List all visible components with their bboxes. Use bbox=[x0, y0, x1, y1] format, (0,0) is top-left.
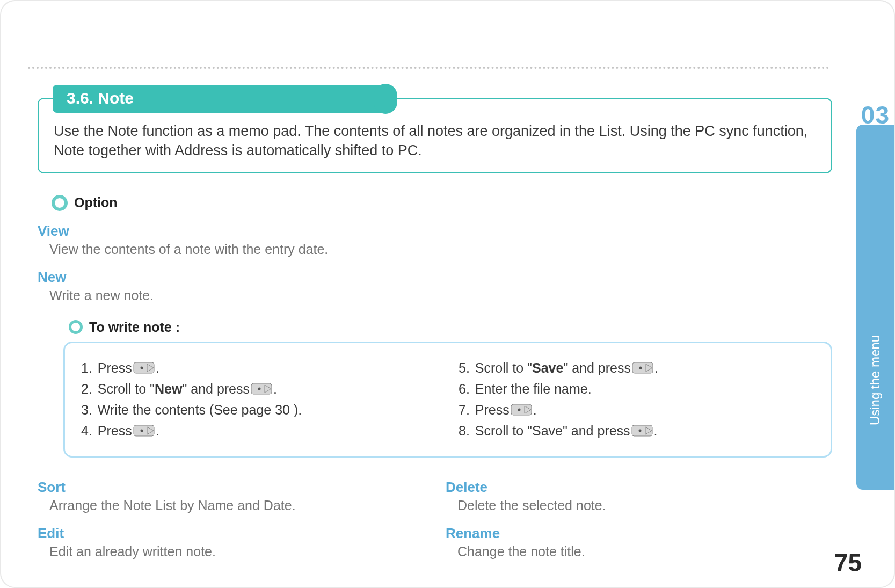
procedure-col-left: 1. Press . 2. Scroll to " New " and pres… bbox=[81, 355, 437, 444]
softkey-icon bbox=[133, 425, 155, 437]
sub-title-view: View bbox=[38, 223, 832, 239]
svg-point-7 bbox=[639, 367, 642, 369]
sub-title-new: New bbox=[38, 269, 832, 286]
step-5: 5. Scroll to " Save " and press . bbox=[459, 360, 814, 376]
softkey-icon bbox=[631, 425, 653, 437]
section-intro: Use the Note function as a memo pad. The… bbox=[54, 121, 817, 161]
section-title: 3.6. Note bbox=[53, 85, 396, 113]
step-3: 3. Write the contents (See page 30 ). bbox=[81, 402, 437, 418]
bottom-col-right: Delete Delete the selected note. Rename … bbox=[446, 467, 832, 560]
content-area: 3.6. Note Use the Note function as a mem… bbox=[38, 98, 832, 560]
svg-point-5 bbox=[140, 430, 143, 432]
procedure-box: 1. Press . 2. Scroll to " New " and pres… bbox=[63, 342, 832, 458]
manual-page: 03 Using the menu 75 3.6. Note Use the N… bbox=[0, 0, 895, 588]
procedure: To write note : 1. Press . 2. Scroll to … bbox=[63, 320, 832, 458]
softkey-icon bbox=[511, 404, 532, 416]
svg-point-9 bbox=[518, 409, 520, 411]
softkey-icon bbox=[251, 383, 272, 395]
sub-sort: Sort Arrange the Note List by Name and D… bbox=[38, 479, 424, 513]
step-7: 7. Press . bbox=[459, 402, 814, 418]
section-callout: 3.6. Note Use the Note function as a mem… bbox=[38, 98, 832, 173]
svg-point-11 bbox=[638, 430, 641, 432]
sub-title-edit: Edit bbox=[38, 525, 424, 542]
chapter-number: 03 bbox=[861, 100, 890, 129]
page-number: 75 bbox=[834, 548, 862, 577]
sub-desc-rename: Change the note title. bbox=[457, 544, 832, 560]
option-header: Option bbox=[38, 195, 832, 211]
bullet-circle-icon bbox=[52, 195, 68, 211]
sub-view: View View the contents of a note with th… bbox=[38, 223, 832, 257]
sub-title-rename: Rename bbox=[446, 525, 832, 542]
sub-rename: Rename Change the note title. bbox=[446, 525, 832, 560]
bottom-col-left: Sort Arrange the Note List by Name and D… bbox=[38, 467, 424, 560]
sub-desc-delete: Delete the selected note. bbox=[457, 498, 832, 513]
svg-point-1 bbox=[140, 367, 143, 369]
sub-title-sort: Sort bbox=[38, 479, 424, 496]
option-label: Option bbox=[74, 195, 118, 210]
softkey-icon bbox=[133, 362, 155, 374]
step-4: 4. Press . bbox=[81, 423, 437, 439]
bullet-circle-icon bbox=[69, 320, 83, 334]
sub-desc-new: Write a new note. bbox=[49, 288, 832, 303]
sub-desc-view: View the contents of a note with the ent… bbox=[49, 242, 832, 257]
step-8: 8. Scroll to "Save" and press . bbox=[459, 423, 814, 439]
step-2: 2. Scroll to " New " and press . bbox=[81, 381, 437, 397]
sub-delete: Delete Delete the selected note. bbox=[446, 479, 832, 513]
bottom-subs: Sort Arrange the Note List by Name and D… bbox=[38, 467, 832, 560]
svg-point-3 bbox=[258, 388, 261, 390]
sub-new: New Write a new note. bbox=[38, 269, 832, 303]
sub-edit: Edit Edit an already written note. bbox=[38, 525, 424, 560]
sub-title-delete: Delete bbox=[446, 479, 832, 496]
chapter-tab: 03 Using the menu bbox=[856, 125, 894, 490]
sub-desc-sort: Arrange the Note List by Name and Date. bbox=[49, 498, 424, 513]
sub-desc-edit: Edit an already written note. bbox=[49, 544, 424, 560]
procedure-title: To write note : bbox=[89, 320, 180, 335]
dotted-divider bbox=[28, 67, 829, 69]
procedure-header: To write note : bbox=[69, 320, 832, 335]
option-divider-line bbox=[38, 203, 832, 204]
step-1: 1. Press . bbox=[81, 360, 437, 376]
procedure-col-right: 5. Scroll to " Save " and press . 6. Ent… bbox=[459, 355, 814, 444]
step-6: 6. Enter the file name. bbox=[459, 381, 814, 397]
softkey-icon bbox=[632, 362, 653, 374]
chapter-label: Using the menu bbox=[868, 335, 883, 425]
